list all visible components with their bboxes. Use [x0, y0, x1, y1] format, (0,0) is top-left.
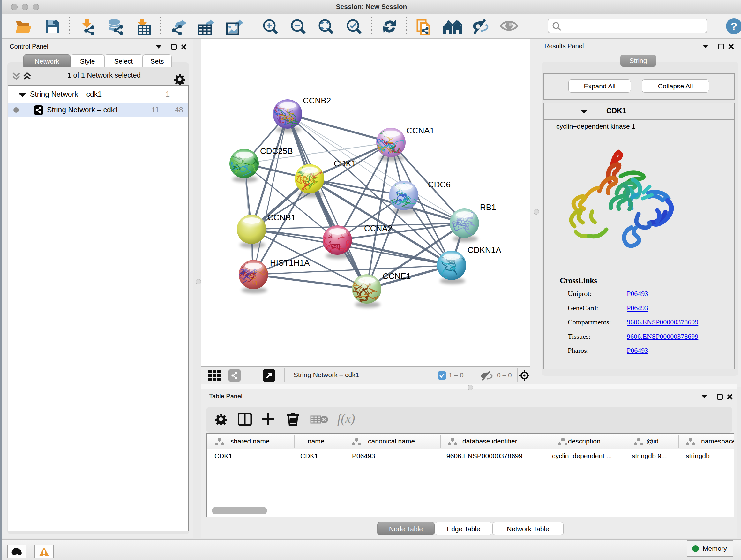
- svg-text:CDKN1A: CDKN1A: [468, 245, 501, 255]
- svg-text:CCNE1: CCNE1: [383, 271, 411, 281]
- svg-text:CDC25B: CDC25B: [260, 146, 293, 156]
- svg-text:CDK1: CDK1: [334, 159, 356, 168]
- svg-text:CCNB2: CCNB2: [303, 96, 331, 105]
- svg-text:?: ?: [731, 20, 738, 32]
- svg-text:CDC6: CDC6: [428, 180, 451, 189]
- svg-text:CCNA1: CCNA1: [406, 126, 434, 135]
- svg-text:CCNB1: CCNB1: [267, 212, 295, 222]
- svg-text:CCNA2: CCNA2: [364, 224, 392, 233]
- svg-text:HIST1H1A: HIST1H1A: [270, 258, 310, 267]
- svg-text:RB1: RB1: [480, 202, 496, 212]
